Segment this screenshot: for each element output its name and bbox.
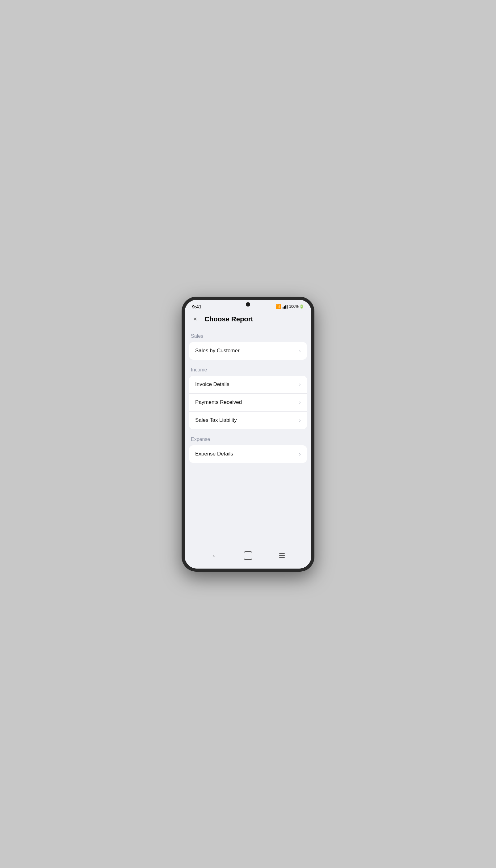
chevron-right-icon: › <box>299 399 301 406</box>
chevron-right-icon: › <box>299 417 301 424</box>
wifi-icon: 📶 <box>276 304 281 309</box>
page-title: Choose Report <box>204 315 253 323</box>
report-list: Sales Sales by Customer › Income Invoice… <box>185 329 311 545</box>
list-item-sales-tax-liability[interactable]: Sales Tax Liability › <box>189 412 307 429</box>
nav-recent-button[interactable] <box>275 549 289 562</box>
recent-bar-1 <box>279 553 285 554</box>
home-icon <box>244 551 252 560</box>
battery-icon: 100% 🔋 <box>289 304 304 309</box>
nav-back-button[interactable]: ‹ <box>207 549 221 562</box>
section-label-income: Income <box>185 362 311 376</box>
bottom-navigation: ‹ <box>185 545 311 568</box>
close-button[interactable]: × <box>191 315 200 323</box>
chevron-right-icon: › <box>299 381 301 388</box>
expense-details-label: Expense Details <box>195 451 233 457</box>
invoice-details-label: Invoice Details <box>195 381 230 387</box>
nav-home-button[interactable] <box>241 549 255 562</box>
page-header: × Choose Report <box>185 312 311 329</box>
chevron-right-icon: › <box>299 348 301 354</box>
close-icon: × <box>193 316 197 323</box>
chevron-right-icon: › <box>299 451 301 457</box>
list-item-invoice-details[interactable]: Invoice Details › <box>189 376 307 394</box>
list-item-sales-by-customer[interactable]: Sales by Customer › <box>189 342 307 360</box>
signal-bar-2 <box>284 306 285 309</box>
battery-percentage: 100% <box>289 304 299 309</box>
list-item-payments-received[interactable]: Payments Received › <box>189 394 307 412</box>
signal-bars-icon <box>283 305 288 309</box>
status-bar: 9:41 📶 100% 🔋 <box>185 300 311 312</box>
status-time: 9:41 <box>192 304 201 309</box>
sales-tax-liability-label: Sales Tax Liability <box>195 417 237 423</box>
income-card-group: Invoice Details › Payments Received › Sa… <box>189 376 307 429</box>
section-label-sales: Sales <box>185 329 311 342</box>
recent-apps-icon <box>279 553 285 558</box>
phone-frame: 9:41 📶 100% 🔋 <box>182 296 314 572</box>
camera-notch <box>246 302 250 306</box>
status-icons: 📶 100% 🔋 <box>276 304 304 309</box>
expense-card-group: Expense Details › <box>189 445 307 463</box>
sales-card-group: Sales by Customer › <box>189 342 307 360</box>
signal-bar-3 <box>285 305 286 309</box>
recent-bar-2 <box>279 555 285 556</box>
sales-by-customer-label: Sales by Customer <box>195 348 240 354</box>
signal-bar-4 <box>286 305 288 309</box>
phone-screen: 9:41 📶 100% 🔋 <box>185 300 311 568</box>
back-icon: ‹ <box>213 552 215 559</box>
signal-bar-1 <box>283 307 283 309</box>
list-item-expense-details[interactable]: Expense Details › <box>189 445 307 463</box>
section-label-expense: Expense <box>185 432 311 445</box>
recent-bar-3 <box>279 557 285 558</box>
battery-symbol: 🔋 <box>299 304 304 309</box>
payments-received-label: Payments Received <box>195 399 242 406</box>
